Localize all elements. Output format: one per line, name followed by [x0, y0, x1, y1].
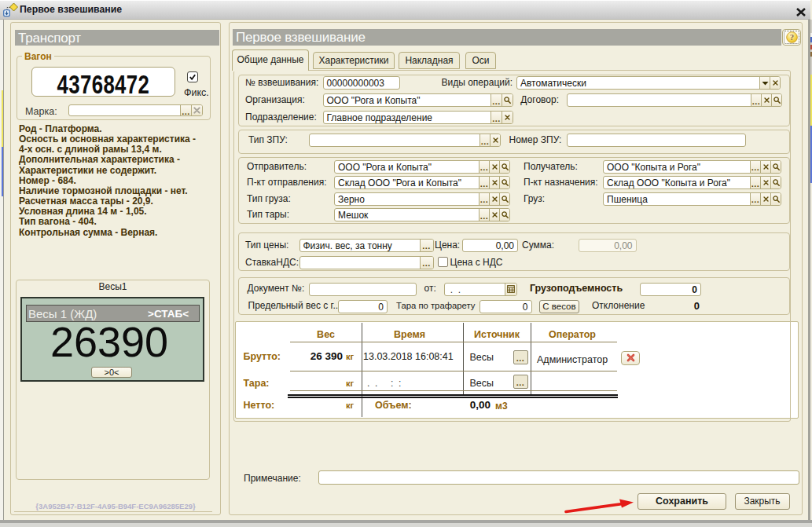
svg-text:?: ? — [789, 32, 793, 42]
